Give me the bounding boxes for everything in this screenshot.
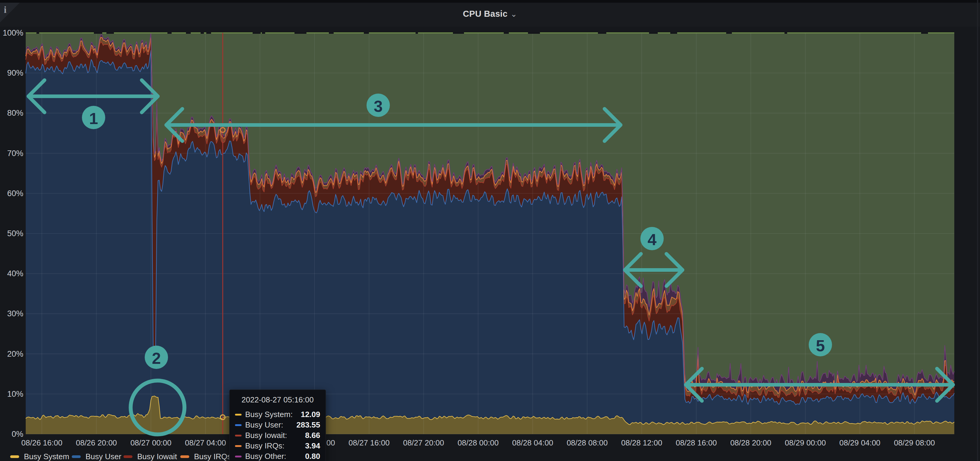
legend-swatch xyxy=(10,455,19,458)
y-axis-label: 60% xyxy=(7,189,23,198)
idle-line-notch xyxy=(726,32,732,34)
y-axis-label: 0% xyxy=(12,429,23,439)
x-axis-label: 08/29 00:00 xyxy=(785,438,826,448)
x-axis-label: 08/28 00:00 xyxy=(458,438,499,448)
idle-line-notch xyxy=(670,32,677,34)
tooltip-value: 12.09 xyxy=(301,410,320,419)
legend-label: Busy Iowait xyxy=(137,452,177,461)
idle-line-notch xyxy=(415,32,418,34)
tooltip-label: Busy User: xyxy=(245,420,296,429)
legend-label: Busy IRQs xyxy=(194,452,231,461)
x-axis-label: 08/26 16:00 xyxy=(21,438,62,448)
tooltip-title: 2022-08-27 05:16:00 xyxy=(235,395,320,404)
tooltip-value: 0.80 xyxy=(305,452,320,461)
panel-edge-line xyxy=(977,0,978,461)
idle-line-notch xyxy=(329,32,334,34)
x-axis-label: 08/28 04:00 xyxy=(512,438,553,448)
annotation-number: 4 xyxy=(648,230,657,248)
tooltip-value: 283.55 xyxy=(296,420,320,429)
cpu-usage-chart[interactable]: 12345 xyxy=(0,0,980,461)
idle-line-notch xyxy=(455,32,464,34)
y-axis-label: 50% xyxy=(7,229,23,238)
idle-line-notch xyxy=(94,32,102,34)
y-axis-label: 20% xyxy=(7,349,23,358)
y-axis-label: 90% xyxy=(7,68,23,78)
tooltip-swatch xyxy=(235,435,242,437)
x-axis-label: 08/28 08:00 xyxy=(566,438,608,448)
x-axis-label: 08/28 12:00 xyxy=(621,438,662,448)
tooltip-swatch xyxy=(235,456,242,458)
idle-line-notch xyxy=(784,32,787,34)
idle-line-notch xyxy=(298,32,306,34)
tooltip-label: Busy Iowait: xyxy=(245,431,305,440)
annotation-number: 1 xyxy=(89,110,98,127)
legend-item-busy-system[interactable]: Busy System xyxy=(10,451,69,461)
idle-line-notch xyxy=(598,32,606,34)
y-axis-label: 10% xyxy=(7,389,23,399)
x-axis-label: 08/27 00:00 xyxy=(130,438,171,448)
tooltip-label: Busy System: xyxy=(245,410,301,419)
tooltip: 2022-08-27 05:16:00 Busy System:12.09Bus… xyxy=(229,389,326,461)
tooltip-label: Busy IRQs: xyxy=(245,441,305,450)
x-axis-label: 08/26 20:00 xyxy=(76,438,117,448)
tooltip-swatch xyxy=(235,424,242,426)
y-axis-label: 70% xyxy=(7,149,23,158)
idle-line-notch xyxy=(364,32,369,34)
idle-line-notch xyxy=(253,32,261,34)
annotation-number: 2 xyxy=(152,349,161,367)
idle-line-notch xyxy=(200,32,204,34)
legend-label: Busy User xyxy=(86,452,121,461)
tooltip-swatch xyxy=(235,414,242,416)
legend-item-busy-user[interactable]: Busy User xyxy=(72,451,121,461)
x-axis-label: 08/29 08:00 xyxy=(894,438,935,448)
tooltip-row: Busy System:12.09 xyxy=(235,409,320,420)
idle-line-notch xyxy=(37,32,39,34)
tooltip-value: 8.66 xyxy=(305,431,320,440)
legend-label: Busy System xyxy=(24,452,69,461)
x-axis-label: 08/29 04:00 xyxy=(839,438,880,448)
y-axis-label: 30% xyxy=(7,309,23,318)
grafana-panel: CPU Basic⌄ i 12345 100%90%80%70%60%50%40… xyxy=(0,0,980,461)
tooltip-row: Busy Iowait:8.66 xyxy=(235,430,320,441)
idle-line-notch xyxy=(921,32,928,34)
tooltip-row: Busy User:283.55 xyxy=(235,420,320,430)
idle-line-notch xyxy=(186,32,191,34)
idle-line-notch xyxy=(504,32,509,34)
legend-item-busy-iowait[interactable]: Busy Iowait xyxy=(124,451,177,461)
legend: Busy SystemBusy UserBusy IowaitBusy IRQs xyxy=(0,451,980,461)
tooltip-row: Busy Other:0.80 xyxy=(235,451,320,461)
y-axis-label: 80% xyxy=(7,108,23,118)
x-axis-label: 08/27 20:00 xyxy=(403,438,444,448)
idle-line-notch xyxy=(107,32,114,34)
idle-line-notch xyxy=(649,32,658,34)
y-axis-label: 40% xyxy=(7,269,23,278)
x-axis-label: 08/28 20:00 xyxy=(730,438,771,448)
tooltip-value: 3.94 xyxy=(305,441,320,450)
x-axis-label: 08/28 16:00 xyxy=(676,438,717,448)
idle-line-notch xyxy=(262,32,265,34)
annotation-number: 5 xyxy=(816,337,825,354)
tooltip-swatch xyxy=(235,445,242,447)
x-axis-label: 08/27 04:00 xyxy=(185,438,226,448)
idle-line-notch xyxy=(206,32,211,34)
legend-swatch xyxy=(180,455,189,458)
y-axis-label: 100% xyxy=(3,29,23,38)
annotation-number: 3 xyxy=(374,97,383,115)
tooltip-label: Busy Other: xyxy=(245,452,305,461)
legend-swatch xyxy=(72,455,81,458)
idle-line-notch xyxy=(533,32,540,34)
legend-item-busy-irqs[interactable]: Busy IRQs xyxy=(180,451,231,461)
idle-line-notch xyxy=(167,32,172,34)
tooltip-row: Busy IRQs:3.94 xyxy=(235,441,320,451)
legend-swatch xyxy=(124,455,132,458)
x-axis-label: 08/27 16:00 xyxy=(348,438,390,448)
